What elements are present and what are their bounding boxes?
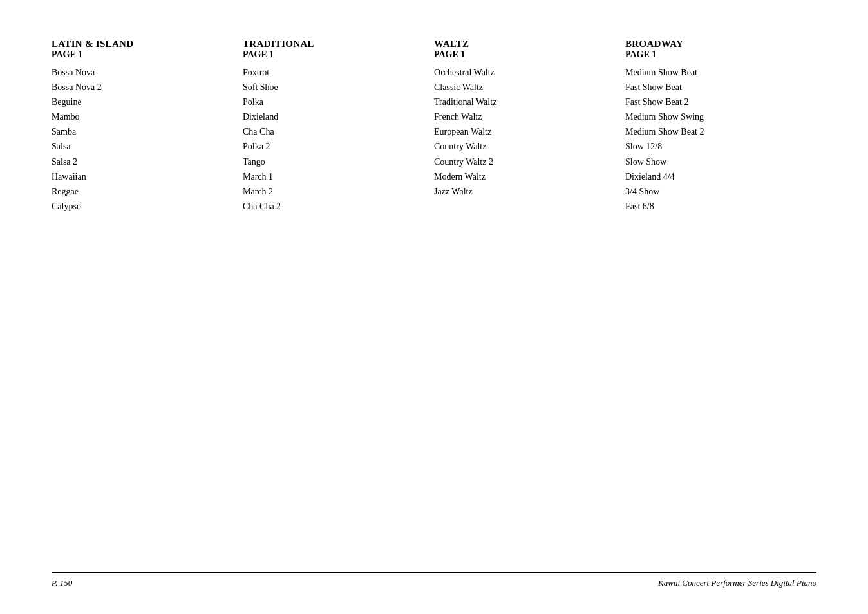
footer-page-number: P. 150	[52, 578, 72, 588]
column-waltz: WALTZPAGE 1Orchestral WaltzClassic Waltz…	[434, 39, 625, 559]
column-header-waltz: WALTZPAGE 1	[434, 39, 606, 60]
column-latin-island: LATIN & ISLANDPAGE 1Bossa NovaBossa Nova…	[52, 39, 243, 559]
footer: P. 150 Kawai Concert Performer Series Di…	[52, 572, 816, 588]
column-title-waltz: WALTZ	[434, 39, 606, 50]
page-container: LATIN & ISLANDPAGE 1Bossa NovaBossa Nova…	[0, 0, 868, 614]
list-item: Tango	[243, 154, 415, 169]
list-item: Country Waltz	[434, 139, 606, 154]
list-item: Country Waltz 2	[434, 154, 606, 169]
footer-product-title: Kawai Concert Performer Series Digital P…	[658, 578, 816, 588]
column-header-broadway: BROADWAYPAGE 1	[625, 39, 797, 60]
column-title-broadway: BROADWAY	[625, 39, 797, 50]
column-items-latin-island: Bossa NovaBossa Nova 2BeguineMamboSambaS…	[52, 65, 223, 214]
list-item: Samba	[52, 124, 223, 139]
list-item: Salsa	[52, 139, 223, 154]
list-item: Beguine	[52, 95, 223, 109]
list-item: Bossa Nova	[52, 65, 223, 80]
list-item: Soft Shoe	[243, 80, 415, 95]
list-item: Medium Show Swing	[625, 109, 797, 124]
column-page-waltz: PAGE 1	[434, 50, 606, 60]
list-item: Orchestral Waltz	[434, 65, 606, 80]
list-item: Fast 6/8	[625, 199, 797, 214]
list-item: Modern Waltz	[434, 169, 606, 184]
list-item: Calypso	[52, 199, 223, 214]
list-item: Mambo	[52, 109, 223, 124]
list-item: March 2	[243, 184, 415, 199]
list-item: Reggae	[52, 184, 223, 199]
list-item: Salsa 2	[52, 154, 223, 169]
column-traditional: TRADITIONALPAGE 1FoxtrotSoft ShoePolkaDi…	[243, 39, 434, 559]
list-item: French Waltz	[434, 109, 606, 124]
list-item: Fast Show Beat	[625, 80, 797, 95]
column-items-waltz: Orchestral WaltzClassic WaltzTraditional…	[434, 65, 606, 199]
list-item: Hawaiian	[52, 169, 223, 184]
column-header-latin-island: LATIN & ISLANDPAGE 1	[52, 39, 223, 60]
list-item: Classic Waltz	[434, 80, 606, 95]
list-item: Cha Cha	[243, 124, 415, 139]
column-items-traditional: FoxtrotSoft ShoePolkaDixielandCha ChaPol…	[243, 65, 415, 214]
list-item: Traditional Waltz	[434, 95, 606, 109]
column-title-latin-island: LATIN & ISLAND	[52, 39, 223, 50]
list-item: Jazz Waltz	[434, 184, 606, 199]
list-item: March 1	[243, 169, 415, 184]
list-item: Polka	[243, 95, 415, 109]
column-broadway: BROADWAYPAGE 1Medium Show BeatFast Show …	[625, 39, 816, 559]
column-header-traditional: TRADITIONALPAGE 1	[243, 39, 415, 60]
list-item: Fast Show Beat 2	[625, 95, 797, 109]
list-item: European Waltz	[434, 124, 606, 139]
list-item: 3/4 Show	[625, 184, 797, 199]
list-item: Dixieland	[243, 109, 415, 124]
column-items-broadway: Medium Show BeatFast Show BeatFast Show …	[625, 65, 797, 214]
column-page-traditional: PAGE 1	[243, 50, 415, 60]
list-item: Cha Cha 2	[243, 199, 415, 214]
list-item: Dixieland 4/4	[625, 169, 797, 184]
list-item: Foxtrot	[243, 65, 415, 80]
list-item: Slow 12/8	[625, 139, 797, 154]
list-item: Medium Show Beat 2	[625, 124, 797, 139]
column-page-broadway: PAGE 1	[625, 50, 797, 60]
list-item: Slow Show	[625, 154, 797, 169]
content-area: LATIN & ISLANDPAGE 1Bossa NovaBossa Nova…	[52, 39, 816, 559]
column-page-latin-island: PAGE 1	[52, 50, 223, 60]
column-title-traditional: TRADITIONAL	[243, 39, 415, 50]
list-item: Polka 2	[243, 139, 415, 154]
list-item: Bossa Nova 2	[52, 80, 223, 95]
list-item: Medium Show Beat	[625, 65, 797, 80]
